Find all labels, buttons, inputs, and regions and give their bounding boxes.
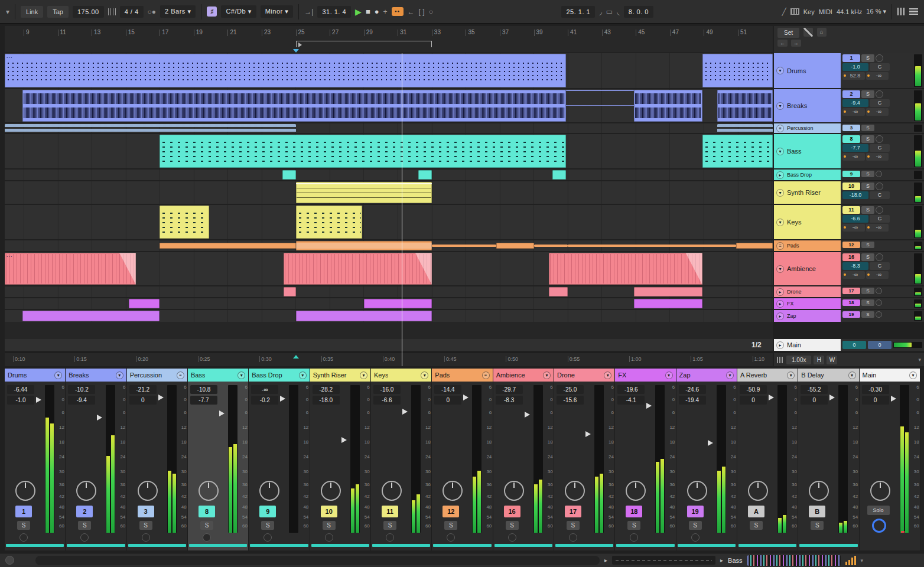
- loop-length-field[interactable]: 8. 0. 0: [624, 6, 653, 18]
- track-number[interactable]: 11: [382, 506, 398, 517]
- volume-value[interactable]: -6.6: [373, 396, 401, 405]
- clip-keys[interactable]: [160, 206, 209, 239]
- fold-icon[interactable]: ▾: [543, 372, 551, 379]
- clip-fx[interactable]: [364, 299, 432, 308]
- stop-button[interactable]: ■: [366, 7, 370, 16]
- track-header-synth-riser[interactable]: ▾Synth Riser10S-18.0C: [774, 181, 924, 204]
- loop-start-field[interactable]: 25. 1. 1: [561, 6, 595, 18]
- menu-icon[interactable]: ≡: [177, 372, 184, 379]
- zoom-height-button[interactable]: H: [814, 356, 824, 364]
- cue-button[interactable]: [876, 54, 883, 62]
- clip-ambience[interactable]: [284, 253, 431, 285]
- new-icon[interactable]: +: [383, 8, 388, 15]
- pan-knob[interactable]: [199, 481, 219, 501]
- fold-icon[interactable]: ▾: [787, 372, 795, 379]
- solo-button[interactable]: S: [78, 521, 91, 530]
- track-lane-pads[interactable]: [5, 240, 773, 251]
- track-header-percussion[interactable]: ≡Percussion3S: [774, 123, 924, 133]
- volume-value[interactable]: -1.0: [842, 63, 868, 71]
- bar-number-label[interactable]: 11: [58, 30, 66, 36]
- track-header-bass-drop[interactable]: ▸Bass Drop9S: [774, 170, 924, 180]
- fader-handle[interactable]: [402, 409, 408, 415]
- send-value[interactable]: -∞: [842, 271, 865, 279]
- loop-switch-icon[interactable]: ▭: [606, 8, 613, 15]
- fader-handle[interactable]: [525, 412, 530, 418]
- cue-button[interactable]: [263, 533, 272, 542]
- cue-button[interactable]: [876, 90, 883, 98]
- beat-time-ruler[interactable]: 9111315171921232527293133353739414345474…: [5, 26, 773, 53]
- fader-handle[interactable]: [829, 395, 835, 400]
- send-value[interactable]: -∞: [866, 224, 889, 232]
- peak-level-value[interactable]: -10.8: [190, 385, 217, 394]
- track-lane-drone[interactable]: [5, 286, 773, 297]
- solo-button[interactable]: S: [861, 311, 874, 318]
- pan-knob[interactable]: [259, 481, 279, 501]
- track-number[interactable]: 11: [842, 206, 860, 214]
- clip-pads[interactable]: [534, 245, 568, 247]
- fold-icon[interactable]: ▾: [237, 372, 245, 379]
- cue-button[interactable]: [876, 183, 883, 190]
- draw-marker-icon[interactable]: [803, 28, 813, 37]
- track-name[interactable]: ▸Drone: [774, 286, 841, 297]
- clip-pads[interactable]: [568, 245, 736, 247]
- mixer-track-title[interactable]: Synth Riser▾: [310, 369, 370, 382]
- draw-mode-icon[interactable]: ╱: [782, 8, 786, 15]
- solo-button[interactable]: S: [811, 521, 824, 530]
- mixer-track-title[interactable]: Bass Drop▾: [249, 369, 309, 382]
- bar-number-label[interactable]: 35: [466, 30, 474, 36]
- track-number[interactable]: 18: [626, 506, 642, 517]
- clip-fx[interactable]: [634, 299, 702, 308]
- bar-number-label[interactable]: 41: [568, 30, 577, 36]
- bar-number-label[interactable]: 27: [330, 30, 339, 36]
- audition-icon[interactable]: [777, 357, 784, 363]
- solo-button[interactable]: S: [200, 521, 213, 530]
- solo-button[interactable]: S: [861, 125, 874, 131]
- bar-number-label[interactable]: 13: [92, 30, 100, 36]
- metronome-icon[interactable]: ○●: [148, 8, 157, 15]
- track-number[interactable]: 8: [842, 135, 860, 143]
- mixer-track-title[interactable]: Percussion≡: [127, 369, 187, 382]
- bar-number-label[interactable]: 49: [704, 30, 712, 36]
- bar-number-label[interactable]: 15: [126, 30, 135, 36]
- cue-button[interactable]: [876, 171, 882, 177]
- record-button[interactable]: ●: [375, 7, 379, 16]
- bar-number-label[interactable]: 9: [24, 30, 30, 36]
- peak-level-value[interactable]: -24.6: [679, 385, 706, 394]
- bar-number-label[interactable]: 47: [670, 30, 679, 36]
- cue-button[interactable]: [386, 533, 394, 542]
- solo-button[interactable]: S: [261, 521, 274, 530]
- track-lane-main[interactable]: [5, 339, 773, 351]
- fader-handle[interactable]: [708, 440, 713, 446]
- track-header-pads[interactable]: ≡Pads12S: [774, 240, 924, 251]
- solo-button[interactable]: S: [861, 242, 874, 248]
- solo-button[interactable]: S: [444, 521, 457, 530]
- track-lane-bass-drop[interactable]: [5, 170, 773, 180]
- fold-icon[interactable]: ▾: [360, 372, 367, 379]
- bar-number-label[interactable]: 39: [534, 30, 543, 36]
- clip-drone[interactable]: [634, 287, 702, 296]
- peak-level-value[interactable]: -19.6: [617, 385, 645, 394]
- volume-value[interactable]: -7.7: [842, 144, 868, 152]
- cue-button[interactable]: [876, 135, 883, 143]
- track-name[interactable]: ≡Percussion: [774, 123, 841, 133]
- lock-icon[interactable]: ⌂: [817, 28, 827, 37]
- track-number[interactable]: A: [748, 506, 764, 517]
- peak-level-value[interactable]: -14.4: [434, 385, 461, 394]
- fader-handle[interactable]: [158, 395, 164, 400]
- cpu-load-field[interactable]: 16 % ▾: [866, 8, 886, 15]
- volume-value[interactable]: -8.3: [842, 262, 868, 270]
- clip-pads[interactable]: [432, 245, 496, 247]
- cue-button[interactable]: [447, 533, 455, 542]
- track-number[interactable]: 3: [138, 506, 154, 517]
- arrangement-position-field[interactable]: 31. 1. 4: [317, 6, 351, 18]
- track-header-ambience[interactable]: ▾Ambience16S-8.3C-∞-∞: [774, 252, 924, 285]
- fold-icon[interactable]: ▾: [848, 372, 856, 379]
- bar-number-label[interactable]: 43: [602, 30, 611, 36]
- clip-percussion[interactable]: [717, 124, 773, 132]
- track-header-drums[interactable]: ▾Drums1S-1.0C52.8-∞: [774, 53, 924, 88]
- pan-value[interactable]: C: [870, 63, 890, 71]
- clip-drone[interactable]: [284, 287, 295, 296]
- track-lane-percussion[interactable]: [5, 123, 773, 133]
- level-meter-icon[interactable]: [845, 556, 856, 565]
- fold-icon[interactable]: ▾: [776, 265, 784, 273]
